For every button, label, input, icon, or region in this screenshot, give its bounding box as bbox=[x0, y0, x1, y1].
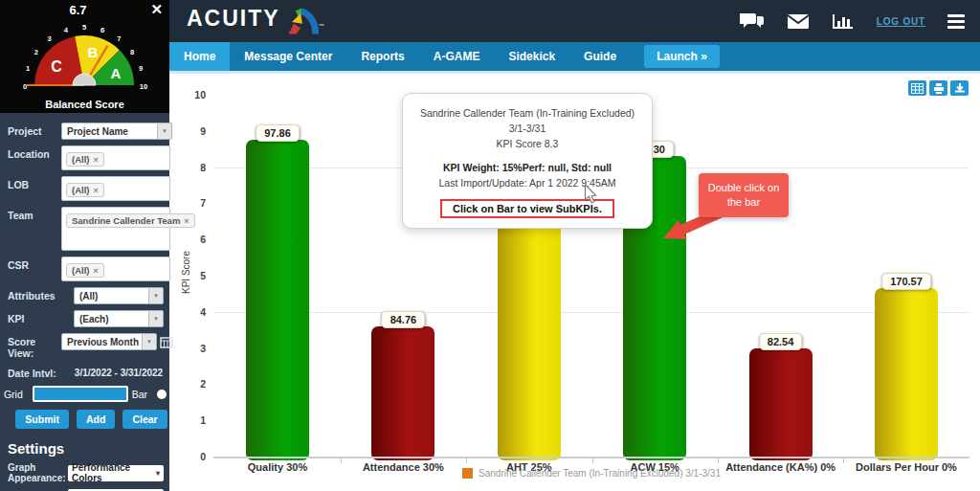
value-label-dollars-per-hour-0: 170.57 bbox=[881, 273, 931, 290]
radio-trend[interactable]: Trend bbox=[157, 386, 196, 402]
logout-link[interactable]: LOG OUT bbox=[877, 16, 925, 27]
chat-icon[interactable] bbox=[740, 11, 765, 31]
bar-tooltip: Sandrine Callender Team (In-Training Exc… bbox=[402, 93, 653, 229]
remove-icon[interactable]: × bbox=[93, 266, 98, 276]
radio-selected-dot bbox=[33, 386, 128, 402]
team-multiselect[interactable]: Sandrine Callender Team× bbox=[61, 207, 170, 251]
selected-value: (All) bbox=[75, 291, 148, 301]
gauge-label: Balanced Score bbox=[0, 99, 169, 110]
bar-chart-icon[interactable] bbox=[832, 12, 855, 31]
add-button[interactable]: Add bbox=[77, 410, 115, 429]
acuity-logo-mark bbox=[284, 6, 319, 36]
project-select[interactable]: Project Name▾ bbox=[61, 123, 172, 140]
download-icon[interactable] bbox=[950, 80, 969, 96]
gauge-letter-a: A bbox=[111, 65, 122, 81]
selected-tag: (All)× bbox=[66, 263, 104, 278]
filter-row-csr: CSR(All)× bbox=[0, 254, 169, 284]
bar-quality-30[interactable] bbox=[246, 140, 309, 460]
table-icon[interactable] bbox=[908, 80, 926, 96]
bar-attendance-ka-0[interactable] bbox=[749, 348, 813, 460]
gauge-number: 6 bbox=[100, 26, 104, 34]
tag-value: Sandrine Callender Team bbox=[72, 215, 180, 226]
filter-row-location: Location(All)× bbox=[0, 143, 169, 173]
selected-value: (Each) bbox=[75, 314, 148, 324]
menu-icon[interactable] bbox=[947, 14, 965, 29]
nav-item-home[interactable]: Home bbox=[169, 42, 230, 71]
filter-row-score-view: Score View:Previous Month▾ bbox=[0, 330, 169, 362]
radio-bar[interactable]: Bar bbox=[33, 386, 147, 402]
app-header: ACUITY ™ bbox=[169, 0, 980, 42]
y-tick-label: 5 bbox=[177, 270, 206, 281]
legend-label: Sandrine Callender Team (In-Training Exc… bbox=[479, 468, 721, 479]
filter-buttons: SubmitAddClear bbox=[0, 404, 169, 432]
nav-item-message-center[interactable]: Message Center bbox=[230, 42, 346, 71]
logo-text: ACUITY bbox=[187, 6, 280, 32]
dropdown-arrow-icon[interactable]: ▾ bbox=[148, 311, 163, 326]
lob-multiselect[interactable]: (All)× bbox=[61, 176, 170, 201]
print-icon[interactable] bbox=[929, 80, 947, 96]
graph-appearance-select[interactable]: Performance Colors▾ bbox=[68, 465, 164, 481]
submit-button[interactable]: Submit bbox=[15, 410, 69, 429]
tooltip-kpi-weight: KPI Weight: 15%Perf: null, Std: null bbox=[411, 161, 644, 176]
date-interval-value: 3/1/2022 - 3/31/2022 bbox=[61, 365, 176, 378]
csr-multiselect[interactable]: (All)× bbox=[61, 257, 170, 281]
gauge-letter-b: B bbox=[88, 44, 99, 60]
gauge-number: 8 bbox=[130, 48, 134, 56]
close-icon[interactable]: ✕ bbox=[150, 2, 163, 16]
remove-icon[interactable]: × bbox=[93, 186, 98, 195]
dropdown-arrow-icon[interactable]: ▾ bbox=[142, 334, 156, 349]
filter-label: Team bbox=[8, 207, 61, 221]
x-axis-line bbox=[213, 457, 969, 458]
gridline bbox=[213, 312, 969, 313]
value-label-quality-30: 97.86 bbox=[256, 124, 300, 142]
trademark: ™ bbox=[319, 23, 326, 29]
dropdown-arrow-icon[interactable]: ▾ bbox=[157, 123, 171, 139]
gauge-number: 3 bbox=[48, 34, 52, 43]
radio-label: Grid bbox=[4, 389, 23, 400]
score-view-select[interactable]: Previous Month▾ bbox=[61, 333, 157, 350]
launch-button[interactable]: Launch » bbox=[644, 45, 720, 68]
bar-attendance-30[interactable] bbox=[371, 326, 434, 460]
y-tick-label: 6 bbox=[177, 234, 206, 245]
nav-item-reports[interactable]: Reports bbox=[346, 42, 418, 71]
calendar-icon[interactable] bbox=[160, 336, 173, 348]
y-tick-label: 8 bbox=[177, 162, 206, 173]
gauge-number: 7 bbox=[117, 34, 121, 43]
remove-icon[interactable]: × bbox=[93, 155, 98, 165]
nav-item-guide[interactable]: Guide bbox=[569, 42, 631, 71]
y-tick-label: 1 bbox=[177, 414, 206, 426]
bar-dollars-per-hour-0[interactable] bbox=[875, 288, 938, 460]
filter-row-project: ProjectProject Name▾ bbox=[0, 120, 169, 143]
selected-value: Previous Month bbox=[62, 337, 142, 347]
gauge-number: 2 bbox=[34, 48, 38, 56]
selected-tag: (All)× bbox=[66, 183, 104, 197]
filter-row-team: TeamSandrine Callender Team× bbox=[0, 204, 169, 254]
filter-row-date-intvl: Date Intvl:3/1/2022 - 3/31/2022 bbox=[0, 362, 169, 382]
mail-icon[interactable] bbox=[787, 13, 810, 30]
gauge-number: 10 bbox=[140, 82, 147, 91]
remove-icon[interactable]: × bbox=[184, 216, 189, 226]
radio-grid[interactable]: Grid bbox=[0, 386, 23, 402]
gauge-number: 4 bbox=[64, 26, 69, 34]
filter-row-attributes: Attributes(All)▾ bbox=[0, 284, 169, 307]
tooltip-last-import: Last Import/Update: Apr 1 2022 9:45AM bbox=[411, 176, 644, 191]
nav-item-sidekick[interactable]: Sidekick bbox=[494, 42, 569, 71]
dropdown-arrow-icon[interactable]: ▾ bbox=[148, 288, 163, 303]
nav-item-a-game[interactable]: A-GAME bbox=[419, 42, 495, 71]
instruction-callout: Double click on the bar bbox=[699, 173, 789, 217]
clear-button[interactable]: Clear bbox=[122, 410, 167, 429]
app-window: 6.7 ✕ C B A 012345678910 Balanced Score … bbox=[0, 0, 980, 491]
tag-value: (All) bbox=[72, 185, 89, 195]
gauge-number: 1 bbox=[26, 64, 30, 73]
gauge-number: 9 bbox=[139, 64, 143, 73]
location-multiselect[interactable]: (All)× bbox=[61, 145, 170, 170]
bar-aht-25[interactable] bbox=[498, 216, 561, 460]
filter-label: Score View: bbox=[8, 333, 61, 359]
radio-label: Trend bbox=[170, 389, 196, 400]
chart-legend[interactable]: Sandrine Callender Team (In-Training Exc… bbox=[213, 468, 969, 479]
y-tick-label: 10 bbox=[177, 89, 206, 100]
gauge-number: 0 bbox=[23, 82, 27, 91]
attributes-select[interactable]: (All)▾ bbox=[74, 287, 164, 304]
selected-value: Project Name bbox=[62, 126, 157, 137]
kpi-select[interactable]: (Each)▾ bbox=[74, 310, 164, 327]
